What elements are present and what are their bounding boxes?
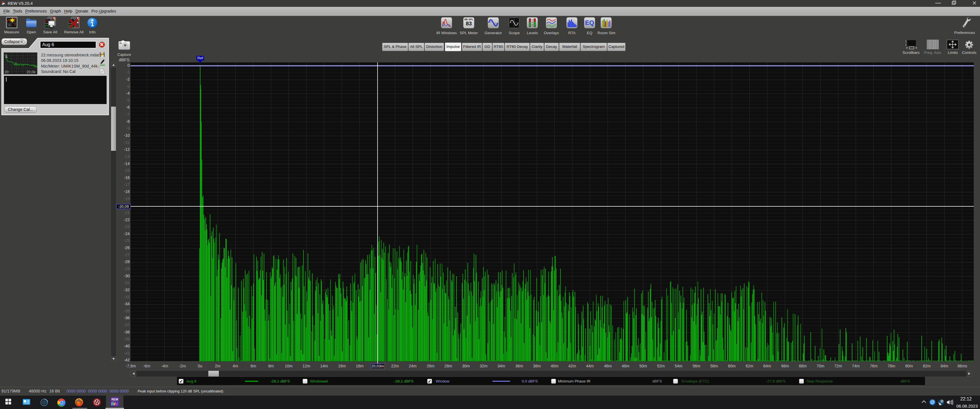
svg-text:REW: REW [111, 398, 118, 401]
